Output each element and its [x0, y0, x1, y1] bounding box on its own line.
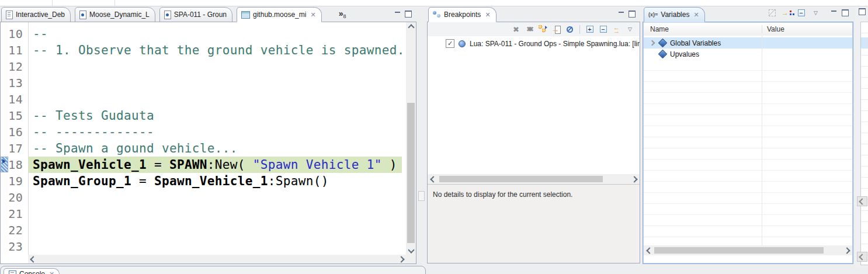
- close-icon[interactable]: ✕: [693, 11, 699, 19]
- show-type-names-icon[interactable]: [767, 8, 777, 18]
- editor-annotation-ruler[interactable]: [1, 22, 8, 255]
- breakpoints-tab-label: Breakpoints: [444, 11, 481, 19]
- tab-console[interactable]: Console ✕: [4, 268, 60, 274]
- code-line-10[interactable]: --: [33, 26, 411, 42]
- editor-file-icon: [241, 11, 250, 19]
- link-with-debug-view-icon[interactable]: [612, 25, 622, 34]
- editor-tab-Moose_Dynamic_L[interactable]: Moose_Dynamic_L: [75, 7, 155, 22]
- variables-column-headers[interactable]: Name Value: [644, 23, 852, 36]
- tab-overflow-count: 8: [343, 13, 346, 19]
- scroll-left-icon[interactable]: [646, 248, 652, 253]
- maximize-icon[interactable]: [859, 8, 866, 15]
- line-number[interactable]: 15: [8, 107, 28, 124]
- collapse-all-icon[interactable]: [598, 25, 608, 34]
- editor-tab-SPA-011 - Groun[interactable]: SPA-011 - Groun: [159, 7, 232, 22]
- scroll-up-icon[interactable]: [408, 24, 414, 30]
- variables-hscroll-thumb[interactable]: [654, 247, 824, 254]
- breakpoints-hscroll-thumb[interactable]: [439, 176, 603, 182]
- editor-content[interactable]: 1011121314151617181920212223 ---- 1. Obs…: [0, 22, 416, 264]
- remove-breakpoint-icon[interactable]: [511, 25, 521, 34]
- line-number[interactable]: 12: [8, 58, 28, 75]
- scroll-left-icon[interactable]: [857, 196, 867, 206]
- line-number[interactable]: 11: [8, 42, 28, 58]
- variables-tree[interactable]: Global VariablesUpvalues: [644, 36, 852, 245]
- line-number[interactable]: 10: [8, 26, 28, 42]
- line-number[interactable]: 14: [8, 91, 28, 107]
- editor-tab-Interactive_Deb[interactable]: Interactive_Deb: [1, 7, 71, 22]
- line-number[interactable]: 19: [8, 173, 28, 189]
- line-number[interactable]: 13: [8, 75, 28, 91]
- code-line-23[interactable]: [33, 238, 411, 255]
- text-file-icon: [6, 11, 13, 19]
- minimize-icon[interactable]: [831, 11, 837, 15]
- code-line-16[interactable]: -- -------------: [33, 124, 411, 140]
- breakpoint-entry[interactable]: ✓Lua: SPA-011 - Ground Ops - Simple Spaw…: [428, 38, 640, 49]
- breakpoints-details-pane: No details to display for the current se…: [428, 184, 640, 263]
- editor-horizontal-scrollbar[interactable]: [28, 255, 406, 263]
- tab-variables[interactable]: (x)= Variables ✕: [644, 7, 705, 22]
- editor-vscroll-thumb[interactable]: [407, 103, 415, 243]
- line-number[interactable]: 22: [8, 222, 28, 238]
- column-header-value[interactable]: Value: [762, 25, 784, 33]
- code-line-20[interactable]: [33, 189, 411, 206]
- scroll-left-icon[interactable]: [857, 252, 867, 262]
- column-header-name[interactable]: Name: [644, 25, 762, 33]
- code-line-11[interactable]: -- 1. Observe that the ground vehicle is…: [33, 42, 411, 58]
- tab-breakpoints[interactable]: Breakpoints ✕: [428, 7, 497, 22]
- scroll-left-icon[interactable]: [430, 176, 436, 182]
- expand-all-icon[interactable]: [585, 25, 595, 34]
- maximize-icon[interactable]: [405, 11, 412, 18]
- line-number[interactable]: 23: [8, 238, 28, 255]
- maximize-icon[interactable]: [842, 9, 849, 16]
- line-number[interactable]: 21: [8, 206, 28, 222]
- tab-overflow-chevron[interactable]: »8: [339, 10, 346, 19]
- scroll-down-icon[interactable]: [408, 247, 414, 253]
- scroll-right-icon[interactable]: [631, 176, 637, 182]
- scroll-left-icon[interactable]: [30, 256, 36, 262]
- breakpoints-tab-bar: Breakpoints ✕: [427, 6, 640, 22]
- line-number[interactable]: 18: [8, 157, 28, 173]
- variable-row-global-variables[interactable]: Global Variables: [644, 37, 852, 48]
- code-line-22[interactable]: [33, 222, 411, 238]
- line-number[interactable]: 20: [8, 189, 28, 206]
- line-number[interactable]: 17: [8, 140, 28, 157]
- view-menu-icon[interactable]: [625, 25, 635, 34]
- breakpoints-horizontal-scrollbar[interactable]: [428, 174, 640, 184]
- code-area[interactable]: ---- 1. Observe that the ground vehicle …: [28, 22, 411, 255]
- line-number[interactable]: 16: [8, 124, 28, 140]
- variables-tab-bar: (x)= Variables ✕: [643, 6, 853, 22]
- line-number-gutter[interactable]: 1011121314151617181920212223: [8, 22, 28, 255]
- close-icon[interactable]: ✕: [485, 11, 490, 19]
- expand-chevron-icon[interactable]: [648, 41, 656, 45]
- variable-row-upvalues[interactable]: Upvalues: [644, 48, 852, 60]
- collapse-all-icon[interactable]: [796, 8, 806, 18]
- show-supported-breakpoints-icon[interactable]: [538, 25, 548, 34]
- minimize-icon[interactable]: [619, 12, 624, 16]
- code-line-13[interactable]: [33, 75, 411, 91]
- scroll-right-icon[interactable]: [398, 256, 404, 262]
- code-line-21[interactable]: [33, 206, 411, 222]
- code-line-18[interactable]: Spawn_Vehicle_1 = SPAWN:New( "Spawn Vehi…: [33, 157, 411, 173]
- code-line-15[interactable]: -- Tests Gudauta: [33, 107, 411, 124]
- breakpoints-list[interactable]: ✓Lua: SPA-011 - Ground Ops - Simple Spaw…: [428, 36, 640, 174]
- right-panel-selected-row: [861, 37, 868, 48]
- close-icon[interactable]: ✕: [49, 270, 54, 274]
- skip-all-breakpoints-icon[interactable]: [565, 25, 575, 34]
- close-icon[interactable]: ✕: [310, 11, 315, 19]
- go-to-file-for-breakpoint-icon[interactable]: [551, 25, 561, 34]
- view-menu-icon[interactable]: [811, 8, 821, 18]
- scroll-right-icon[interactable]: [843, 248, 850, 253]
- maximize-icon[interactable]: [629, 11, 636, 18]
- code-line-12[interactable]: [33, 58, 411, 75]
- code-line-19[interactable]: Spawn_Group_1 = Spawn_Vehicle_1:Spawn(): [33, 173, 411, 189]
- sash-restore-button[interactable]: [418, 191, 425, 201]
- breakpoint-checkbox[interactable]: ✓: [446, 39, 454, 48]
- code-line-14[interactable]: [33, 91, 411, 107]
- remove-all-breakpoints-icon[interactable]: [525, 25, 534, 34]
- editor-vertical-scrollbar[interactable]: [406, 22, 416, 255]
- minimize-icon[interactable]: [395, 12, 401, 16]
- code-line-17[interactable]: -- Spawn a gound vehicle...: [33, 140, 411, 157]
- variables-horizontal-scrollbar[interactable]: [644, 245, 852, 255]
- show-logical-structure-icon[interactable]: [782, 8, 791, 18]
- editor-tab-github.moose_mi[interactable]: github.moose_mi✕: [237, 7, 322, 22]
